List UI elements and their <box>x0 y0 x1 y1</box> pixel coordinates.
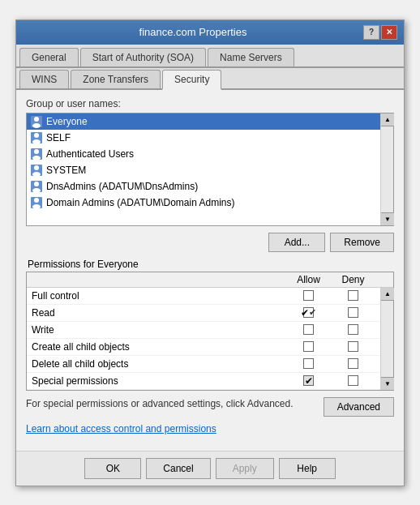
svg-point-4 <box>34 133 39 138</box>
ok-button[interactable]: OK <box>84 458 141 479</box>
fullcontrol-allow-checkbox[interactable] <box>303 290 314 301</box>
special-allow-checkbox[interactable]: ✔ <box>303 375 314 386</box>
perm-write-label: Write <box>32 324 286 336</box>
createall-allow-checkbox[interactable] <box>303 341 314 352</box>
group-list-container: Everyone SELF <box>26 113 394 226</box>
help-button[interactable]: ? <box>363 25 379 40</box>
perm-scrollbar-up[interactable]: ▲ <box>381 288 394 301</box>
perm-deleteall-allow <box>286 358 331 369</box>
perm-col-header <box>32 274 286 285</box>
add-button[interactable]: Add... <box>268 233 325 252</box>
svg-point-13 <box>34 182 39 186</box>
perm-row-write: Write <box>27 322 380 339</box>
tab-row-2: WINS Zone Transfers Security <box>16 68 404 90</box>
title-bar-buttons: ? ✕ <box>363 25 397 40</box>
perm-write-allow <box>286 324 331 335</box>
tab-soa[interactable]: Start of Authority (SOA) <box>80 48 206 66</box>
scrollbar-spacer <box>375 274 388 285</box>
tab-general[interactable]: General <box>19 48 79 66</box>
add-remove-buttons: Add... Remove <box>26 233 394 252</box>
perm-special-label: Special permissions <box>32 375 286 387</box>
perm-createall-deny <box>331 341 375 352</box>
tab-row-1: General Start of Authority (SOA) Name Se… <box>16 45 404 68</box>
deleteall-deny-checkbox[interactable] <box>348 358 358 369</box>
bottom-buttons: OK Cancel Apply Help <box>16 451 404 486</box>
permissions-for-label: Permissions for Everyone <box>26 259 394 270</box>
learn-link[interactable]: Learn about access control and permissio… <box>26 423 216 434</box>
perm-createall-allow <box>286 341 331 352</box>
svg-point-2 <box>32 123 41 128</box>
list-item-everyone[interactable]: Everyone <box>27 113 380 130</box>
cancel-button[interactable]: Cancel <box>146 458 210 479</box>
write-allow-checkbox[interactable] <box>303 324 314 335</box>
svg-point-10 <box>34 165 39 170</box>
svg-point-14 <box>32 188 41 193</box>
list-item-self[interactable]: SELF <box>27 130 380 146</box>
perm-read-label: Read <box>32 307 286 319</box>
perm-special-deny <box>331 375 375 386</box>
svg-point-8 <box>32 156 41 160</box>
tab-security[interactable]: Security <box>162 70 221 90</box>
user-icon-system <box>30 164 43 177</box>
read-allow-checkbox[interactable]: ✔ <box>303 307 314 318</box>
dialog: finance.com Properties ? ✕ General Start… <box>15 19 405 486</box>
permissions-rows-container: Full control Read ✔ <box>27 288 393 390</box>
perm-deleteall-label: Delete all child objects <box>32 358 286 370</box>
advanced-button[interactable]: Advanced <box>324 397 394 417</box>
svg-point-7 <box>34 149 39 154</box>
permissions-table: Allow Deny Full control <box>26 272 394 391</box>
list-item-dnsadmins-label: DnsAdmins (ADATUM\DnsAdmins) <box>46 181 198 192</box>
permissions-table-header: Allow Deny <box>27 272 393 288</box>
svg-point-17 <box>32 204 41 209</box>
list-item-everyone-label: Everyone <box>46 116 88 127</box>
perm-read-deny <box>331 307 375 318</box>
perm-special-allow: ✔ <box>286 375 331 386</box>
apply-button[interactable]: Apply <box>216 458 274 479</box>
deny-header: Deny <box>331 274 375 285</box>
perm-row-deleteall: Delete all child objects <box>27 356 380 373</box>
perm-row-read: Read ✔ <box>27 305 380 322</box>
list-item-system-label: SYSTEM <box>46 165 86 176</box>
scrollbar-up-arrow[interactable]: ▲ <box>381 113 394 126</box>
deleteall-allow-checkbox[interactable] <box>303 358 314 369</box>
close-button[interactable]: ✕ <box>381 25 397 40</box>
list-item-self-label: SELF <box>46 132 71 143</box>
group-list: Everyone SELF <box>27 113 380 225</box>
list-item-system[interactable]: SYSTEM <box>27 162 380 178</box>
scrollbar-down-arrow[interactable]: ▼ <box>381 212 394 225</box>
tab-zonetransfers[interactable]: Zone Transfers <box>71 70 161 88</box>
user-icon-authedusers <box>30 148 43 160</box>
dialog-title: finance.com Properties <box>23 26 363 38</box>
list-item-domainadmins-label: Domain Admins (ADATUM\Domain Admins) <box>46 197 235 208</box>
createall-deny-checkbox[interactable] <box>348 341 358 352</box>
perm-scrollbar-down[interactable]: ▼ <box>381 377 394 390</box>
advanced-section: For special permissions or advanced sett… <box>26 397 394 417</box>
read-deny-checkbox[interactable] <box>348 307 358 318</box>
perm-read-allow: ✔ <box>286 307 331 318</box>
group-list-scrollbar[interactable]: ▲ ▼ <box>380 113 393 225</box>
perm-row-createall: Create all child objects <box>27 339 380 356</box>
list-item-domainadmins[interactable]: Domain Admins (ADATUM\Domain Admins) <box>27 195 380 211</box>
perm-write-deny <box>331 324 375 335</box>
perm-createall-label: Create all child objects <box>32 341 286 353</box>
perm-scrollbar[interactable]: ▲ ▼ <box>380 288 393 390</box>
perm-fullcontrol-allow <box>286 290 331 301</box>
title-bar: finance.com Properties ? ✕ <box>16 20 404 45</box>
special-deny-checkbox[interactable] <box>348 375 358 386</box>
allow-header: Allow <box>286 274 331 285</box>
list-item-authedusers[interactable]: Authenticated Users <box>27 146 380 162</box>
svg-point-1 <box>34 117 39 122</box>
list-item-dnsadmins[interactable]: DnsAdmins (ADATUM\DnsAdmins) <box>27 178 380 195</box>
write-deny-checkbox[interactable] <box>348 324 358 335</box>
fullcontrol-deny-checkbox[interactable] <box>348 290 358 301</box>
user-icon-everyone <box>30 115 43 128</box>
perm-row-special: Special permissions ✔ <box>27 373 380 390</box>
group-section-label: Group or user names: <box>26 98 394 109</box>
tab-nameservers[interactable]: Name Servers <box>208 48 294 66</box>
advanced-text: For special permissions or advanced sett… <box>26 397 324 411</box>
permissions-rows: Full control Read ✔ <box>27 288 380 390</box>
remove-button[interactable]: Remove <box>330 233 394 252</box>
help-bottom-button[interactable]: Help <box>279 458 336 479</box>
perm-fullcontrol-deny <box>331 290 375 301</box>
tab-wins[interactable]: WINS <box>19 70 69 88</box>
